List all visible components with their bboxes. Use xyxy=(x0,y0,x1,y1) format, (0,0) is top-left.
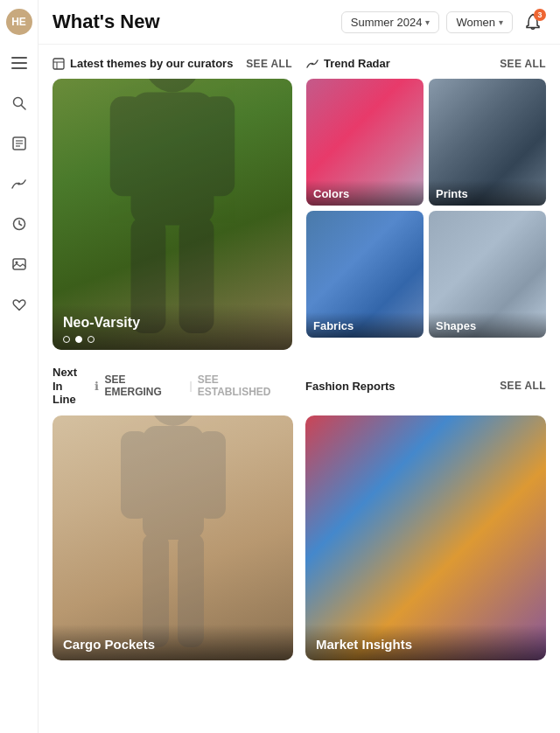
top-grid: Latest themes by our curators SEE ALL xyxy=(52,57,546,350)
content-area: Latest themes by our curators SEE ALL xyxy=(38,45,560,673)
svg-point-9 xyxy=(18,183,20,185)
trend-icon xyxy=(306,59,318,69)
sidebar-item-gallery[interactable] xyxy=(7,252,32,276)
sidebar: HE xyxy=(0,0,38,733)
svg-rect-25 xyxy=(121,431,149,519)
svg-point-16 xyxy=(144,79,202,93)
trend-grid: Colors Prints Fabrics Shapes xyxy=(306,79,546,338)
market-insights-card[interactable]: Market Insights xyxy=(305,415,546,660)
svg-point-22 xyxy=(312,62,314,65)
sidebar-item-themes[interactable] xyxy=(7,131,32,156)
sidebar-item-search[interactable] xyxy=(7,91,32,115)
themes-card[interactable]: Neo-Varsity xyxy=(52,79,292,350)
svg-rect-1 xyxy=(11,62,27,64)
topbar-controls: Summer 2024 ▾ Women ▾ 3 xyxy=(341,9,546,35)
season-label: Summer 2024 xyxy=(351,16,423,29)
season-chevron-icon: ▾ xyxy=(425,17,430,27)
themes-section: Latest themes by our curators SEE ALL xyxy=(52,57,292,350)
market-image xyxy=(305,415,546,660)
colors-label: Colors xyxy=(306,180,424,206)
trend-title: Trend Radar xyxy=(306,57,390,70)
sidebar-item-history[interactable] xyxy=(7,212,32,236)
sidebar-item-trend-radar[interactable] xyxy=(7,171,32,196)
themes-title: Latest themes by our curators xyxy=(52,57,233,70)
svg-point-23 xyxy=(149,415,198,426)
svg-rect-0 xyxy=(11,57,27,59)
fashion-see-all[interactable]: SEE ALL xyxy=(500,380,546,392)
themes-card-label: Neo-Varsity xyxy=(63,315,282,331)
themes-see-all[interactable]: SEE ALL xyxy=(246,58,292,70)
see-emerging-link[interactable]: SEE EMERGING xyxy=(104,373,184,398)
gender-chevron-icon: ▾ xyxy=(499,17,503,27)
info-icon[interactable]: ℹ xyxy=(94,380,99,393)
sidebar-item-menu[interactable] xyxy=(7,51,32,75)
sidebar-item-favorites[interactable] xyxy=(7,292,32,317)
svg-rect-13 xyxy=(53,59,64,69)
svg-rect-19 xyxy=(201,96,234,196)
trend-item-prints[interactable]: Prints xyxy=(429,79,546,206)
gender-dropdown[interactable]: Women ▾ xyxy=(446,11,513,33)
themes-overlay: Neo-Varsity xyxy=(52,304,292,350)
see-established-link[interactable]: SEE ESTABLISHED xyxy=(198,373,293,398)
gender-label: Women xyxy=(456,16,495,29)
shapes-label: Shapes xyxy=(429,312,546,338)
cargo-pockets-card[interactable]: Cargo Pockets xyxy=(52,415,293,660)
cargo-label: Cargo Pockets xyxy=(52,625,293,660)
next-title-group: Next InLine ℹ xyxy=(52,366,99,407)
svg-line-4 xyxy=(21,106,25,110)
notification-badge: 3 xyxy=(534,9,546,21)
dot-1[interactable] xyxy=(63,336,70,343)
themes-header: Latest themes by our curators SEE ALL xyxy=(52,57,292,70)
main-content: What's New Summer 2024 ▾ Women ▾ 3 xyxy=(38,0,560,733)
next-in-line-header: Next InLine ℹ SEE EMERGING | SEE ESTABLI… xyxy=(52,366,293,407)
trend-item-colors[interactable]: Colors xyxy=(306,79,424,206)
dot-2[interactable] xyxy=(75,336,82,343)
svg-rect-24 xyxy=(143,426,204,540)
svg-rect-2 xyxy=(11,67,27,69)
avatar[interactable]: HE xyxy=(6,9,32,35)
cargo-figure xyxy=(86,415,261,660)
svg-rect-26 xyxy=(198,431,226,519)
cargo-image xyxy=(52,415,293,660)
bottom-header: Next InLine ℹ SEE EMERGING | SEE ESTABLI… xyxy=(52,366,546,407)
fabrics-label: Fabrics xyxy=(306,312,424,338)
trend-item-shapes[interactable]: Shapes xyxy=(429,211,546,338)
page-title: What's New xyxy=(52,10,160,33)
trend-section: Trend Radar SEE ALL Colors Prints xyxy=(306,57,546,350)
pipe-separator: | xyxy=(190,380,192,392)
carousel-dots xyxy=(63,336,282,343)
fashion-reports-title: Fashion Reports xyxy=(305,380,396,393)
season-dropdown[interactable]: Summer 2024 ▾ xyxy=(341,11,440,33)
dot-3[interactable] xyxy=(88,336,94,343)
notifications-button[interactable]: 3 xyxy=(520,9,546,35)
next-links: SEE EMERGING | SEE ESTABLISHED xyxy=(104,373,293,398)
trend-header: Trend Radar SEE ALL xyxy=(306,57,546,70)
fashion-reports-header: Fashion Reports SEE ALL xyxy=(293,380,546,393)
prints-label: Prints xyxy=(429,180,546,206)
trend-item-fabrics[interactable]: Fabrics xyxy=(306,211,424,338)
topbar: What's New Summer 2024 ▾ Women ▾ 3 xyxy=(38,0,560,45)
trend-see-all[interactable]: SEE ALL xyxy=(500,58,546,70)
market-label: Market Insights xyxy=(305,625,546,660)
bottom-grid: Cargo Pockets Market Insights xyxy=(52,415,546,660)
map-icon xyxy=(52,58,65,70)
bottom-section: Next InLine ℹ SEE EMERGING | SEE ESTABLI… xyxy=(52,366,546,660)
next-in-line-title: Next InLine xyxy=(52,366,89,407)
svg-rect-18 xyxy=(110,96,144,196)
